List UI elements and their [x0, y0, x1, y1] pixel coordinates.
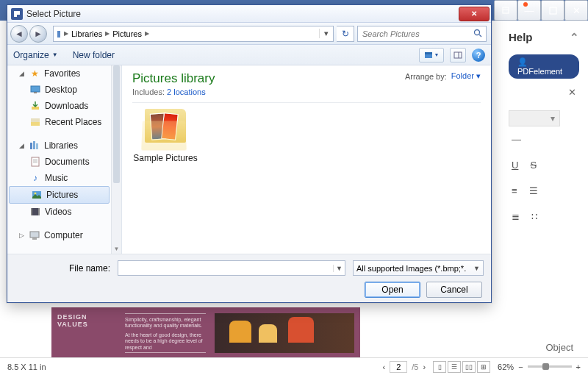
svg-rect-26 — [31, 208, 32, 215]
nav-tree: ◢★Favorites Desktop Downloads Recent Pla… — [7, 65, 122, 254]
minimize-button[interactable]: — — [517, 0, 541, 21]
app-close-button[interactable]: ✕ — [564, 0, 588, 21]
notify-icon[interactable] — [494, 0, 517, 21]
svg-rect-19 — [32, 157, 39, 166]
tree-documents[interactable]: Documents — [7, 154, 111, 170]
breadcrumb-libraries[interactable]: Libraries — [68, 29, 105, 38]
svg-rect-12 — [34, 92, 37, 93]
library-title: Pictures library — [132, 71, 215, 86]
doc-image — [215, 313, 354, 353]
object-label: Object — [545, 342, 573, 353]
downloads-icon — [29, 100, 41, 112]
svg-point-5 — [474, 30, 479, 35]
tree-scrollbar[interactable]: ▲ ▼ — [111, 65, 121, 254]
svg-rect-29 — [32, 238, 37, 240]
chevron-right-icon[interactable]: ▶ — [145, 30, 149, 37]
tree-recent[interactable]: Recent Places — [7, 114, 111, 130]
svg-rect-18 — [36, 143, 38, 149]
page-input[interactable] — [390, 361, 407, 373]
folder-item[interactable]: Sample Pictures — [132, 109, 198, 163]
svg-rect-11 — [31, 86, 40, 92]
refresh-button[interactable]: ↻ — [337, 26, 354, 42]
view-mode-button[interactable]: ▼ — [419, 48, 444, 63]
address-bar[interactable]: ▶ Libraries ▶ Pictures ▶ ▾ — [53, 26, 334, 42]
view-modes: ▯ ☰ ▯▯ ⊞ — [433, 361, 490, 373]
toolbar: Organize▼ New folder ▼ ? — [7, 45, 491, 65]
help-title: Help — [509, 31, 533, 44]
nav-bar: ◄ ► ▶ Libraries ▶ Pictures ▶ ▾ ↻ — [7, 23, 491, 45]
svg-rect-2 — [57, 31, 60, 38]
view-single-icon[interactable]: ▯ — [433, 361, 446, 373]
forward-button[interactable]: ► — [29, 25, 47, 43]
doc-heading: DESIGN VALUES — [57, 313, 116, 328]
svg-rect-17 — [33, 141, 35, 149]
help-icon[interactable]: ? — [472, 49, 485, 62]
locations-link[interactable]: 2 locations — [167, 88, 206, 96]
document-preview: DESIGN VALUES Simplicity, craftsmanship,… — [51, 307, 360, 359]
page-next-icon[interactable]: › — [423, 362, 426, 371]
filetype-select[interactable]: All supported Images (*.bmp;*.▼ — [353, 260, 484, 276]
filename-dropdown-icon[interactable]: ▼ — [333, 265, 345, 272]
tree-computer[interactable]: ▷Computer — [7, 227, 111, 243]
view-cont-icon[interactable]: ☰ — [448, 361, 461, 373]
zoom-slider[interactable] — [528, 365, 572, 368]
open-button[interactable]: Open — [365, 282, 420, 298]
svg-rect-15 — [31, 118, 40, 122]
music-icon: ♪ — [29, 172, 41, 184]
file-dialog: Select Picture ✕ ◄ ► ▶ Libraries ▶ Pictu… — [7, 4, 492, 303]
zoom-out-icon[interactable]: − — [518, 362, 523, 371]
dialog-close-button[interactable]: ✕ — [459, 7, 490, 21]
page-total: /5 — [412, 362, 418, 371]
search-icon[interactable] — [470, 29, 486, 38]
back-button[interactable]: ◄ — [10, 25, 28, 43]
list-bullet-icon[interactable]: ∷ — [531, 211, 537, 222]
view-two-icon[interactable]: ▯▯ — [462, 361, 476, 373]
new-folder-button[interactable]: New folder — [73, 50, 115, 60]
page-size: 8.5 X 11 in — [7, 362, 46, 371]
dialog-titlebar: Select Picture ✕ — [7, 5, 491, 23]
minus-icon[interactable]: — — [512, 134, 521, 145]
tree-pictures[interactable]: Pictures — [9, 186, 110, 204]
panel-close-icon[interactable]: ✕ — [568, 87, 576, 98]
page-prev-icon[interactable]: ‹ — [383, 362, 386, 371]
scroll-down-icon[interactable]: ▼ — [112, 243, 121, 254]
collapse-icon[interactable]: ⌃ — [570, 31, 579, 44]
tree-favorites[interactable]: ◢★Favorites — [7, 65, 111, 82]
filename-input[interactable] — [118, 263, 333, 274]
style-dropdown[interactable]: ▾ — [509, 110, 560, 126]
organize-button[interactable]: Organize▼ — [13, 50, 58, 60]
align-left-icon[interactable]: ≡ — [512, 185, 517, 196]
zoom-in-icon[interactable]: + — [576, 362, 581, 371]
preview-pane-button[interactable] — [450, 48, 466, 63]
dialog-title: Select Picture — [26, 9, 459, 19]
filename-label: File name: — [15, 263, 113, 274]
pdfelement-badge[interactable]: 👤PDFelement — [509, 54, 579, 79]
address-dropdown-icon[interactable]: ▾ — [319, 29, 333, 38]
arrange-by-value[interactable]: Folder ▾ — [451, 71, 481, 81]
svg-rect-27 — [38, 208, 40, 215]
format-tools: ▾ — U S ≡ ☰ ≣ ∷ — [509, 110, 579, 229]
folder-icon — [139, 109, 192, 150]
align-center-icon[interactable]: ☰ — [529, 185, 538, 196]
cancel-button[interactable]: Cancel — [426, 282, 482, 298]
tree-downloads[interactable]: Downloads — [7, 98, 111, 114]
tree-libraries[interactable]: ◢Libraries — [7, 138, 111, 154]
breadcrumb-pictures[interactable]: Pictures — [110, 29, 145, 38]
tree-videos[interactable]: Videos — [7, 204, 111, 220]
scroll-thumb[interactable] — [113, 65, 120, 183]
doc-text-2: At the heart of good design, there needs… — [125, 332, 206, 351]
star-icon: ★ — [29, 68, 40, 79]
tree-desktop[interactable]: Desktop — [7, 82, 111, 98]
search-box[interactable] — [357, 26, 487, 42]
search-input[interactable] — [358, 29, 470, 38]
videos-icon — [29, 206, 41, 218]
list-num-icon[interactable]: ≣ — [512, 211, 520, 222]
filename-combo[interactable]: ▼ — [118, 260, 345, 276]
maximize-button[interactable] — [541, 0, 564, 21]
libraries-icon — [54, 29, 64, 39]
notification-dot — [523, 2, 528, 7]
underline-button[interactable]: U — [512, 160, 518, 171]
view-grid-icon[interactable]: ⊞ — [477, 361, 490, 373]
tree-music[interactable]: ♪Music — [7, 170, 111, 186]
strikethrough-button[interactable]: S — [530, 160, 537, 171]
